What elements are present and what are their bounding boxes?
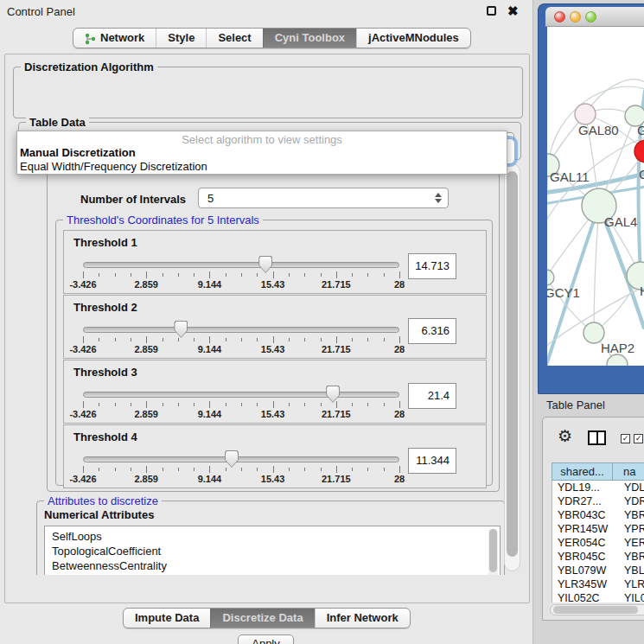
tab-infer-network[interactable]: Infer Network [315,609,410,628]
minimize-traffic-light[interactable] [570,11,581,22]
slider-tick-labels: -3.4262.8599.14415.4321.71528 [83,474,399,484]
zoom-traffic-light[interactable] [585,11,596,22]
table-row[interactable]: YBL079WYBL0 [552,564,644,577]
table-cell: YBR045C [552,550,614,564]
algorithm-placeholder-option[interactable]: Select algorithm to view settings [17,131,507,146]
tab-discretize-data[interactable]: Discretize Data [210,609,314,628]
slider-ticks [83,336,399,344]
table-cell: YBR0 [614,550,644,564]
network-node[interactable] [575,104,596,124]
tab-label: Style [168,29,194,48]
tab-label: Cyni Toolbox [275,29,345,48]
checkbox-icon[interactable]: ✓ [621,434,630,443]
settings-scrollbar [504,163,520,571]
network-node[interactable] [547,270,554,285]
cyni-toolbox-content: Discretization Algorithm Table Data galF… [4,54,530,603]
screen: Control Panel ✖ NetworkStyleSelectCyni T… [0,0,644,644]
attribute-list-item[interactable]: SelfLoops [45,526,500,544]
cyni-mode-tabbar: Impute DataDiscretize DataInfer Network [123,608,411,628]
threshold-panel: Threshold 2-3.4262.8599.14415.4321.71528… [63,295,487,359]
table-header-row: shared...na [552,462,644,481]
table-cell: YER054C [552,536,614,550]
algorithm-dropdown-popup: Select algorithm to view settings Manual… [16,131,507,175]
threshold-value-field[interactable]: 11.344 [408,448,456,474]
threshold-panel: Threshold 4-3.4262.8599.14415.4321.71528… [63,424,487,488]
close-panel-icon[interactable]: ✖ [507,3,519,20]
attributes-group-label: Attributes to discretize [44,494,162,507]
threshold-value-field[interactable]: 21.4 [408,383,456,409]
table-row[interactable]: YBR045CYBR0 [552,550,644,564]
settings-scrollbar-thumb[interactable] [507,171,518,557]
threshold-panel: Threshold 3-3.4262.8599.14415.4321.71528… [63,360,487,424]
slider-tick-labels: -3.4262.8599.14415.4321.71528 [83,409,399,419]
tab-impute-data[interactable]: Impute Data [124,609,210,628]
slider-track[interactable] [83,327,399,333]
apply-button[interactable]: Apply [238,634,294,644]
slider-thumb[interactable] [174,321,188,338]
control-panel-window: Control Panel ✖ NetworkStyleSelectCyni T… [0,0,533,644]
control-panel-title: Control Panel [7,5,75,18]
table-row[interactable]: YBR043CYBR0 [552,508,644,522]
table-row[interactable]: YPR145WYPR1 [552,522,644,536]
network-canvas[interactable]: GAL80GACGAL11GAL4GCY1HHAP2 [547,27,644,366]
combo-arrows-icon [435,193,442,203]
attribute-list-item[interactable]: TopologicalCoefficient [45,544,500,558]
tab-label: Network [100,29,144,48]
table-row[interactable]: YIL052CYIL0 [552,591,644,603]
table-data-label: Table Data [26,116,89,129]
slider-thumb[interactable] [225,450,239,468]
tab-select[interactable]: Select [206,29,262,48]
table-rows: YDL19...YDL1YDR27...YDR2YBR043CYBR0YPR14… [552,481,644,603]
split-panel-icon[interactable] [588,430,606,445]
thresholds-stack: Threshold 1-3.4262.8599.14415.4321.71528… [63,230,487,488]
number-of-intervals-value: 5 [207,192,214,205]
table-panel-title: Table Panel [546,399,605,411]
algorithm-option[interactable]: Manual Discretization [17,146,507,160]
tab-label: Discretize Data [222,609,303,628]
slider-tick-labels: -3.4262.8599.14415.4321.71528 [83,344,399,354]
attributes-scrollbar-thumb[interactable] [489,529,497,572]
slider-track[interactable] [83,262,399,268]
numerical-attributes-list[interactable]: SelfLoopsTopologicalCoefficientBetweenne… [44,526,501,575]
table-row[interactable]: YDR27...YDR2 [552,494,644,508]
slider-thumb[interactable] [258,256,272,273]
tab-label: jActiveMNodules [368,29,459,48]
table-cell: YDL1 [614,481,644,494]
table-panel-window: ⚙ ✓ ✓ shared...na YDL19...YDL1YDR27...YD… [542,417,644,621]
tab-jactivemnodules[interactable]: jActiveMNodules [356,29,470,48]
number-of-intervals-combobox[interactable]: 5 [198,188,449,208]
slider-track[interactable] [83,456,399,462]
checkbox-icon[interactable]: ✓ [634,434,643,443]
threshold-label: Threshold 4 [73,430,137,443]
tab-network[interactable]: Network [73,29,156,48]
slider-tick-labels: -3.4262.8599.14415.4321.71528 [83,279,399,290]
tab-style[interactable]: Style [156,29,206,48]
table-column-header[interactable]: na [613,462,644,481]
float-window-icon[interactable] [487,6,496,16]
table-cell: YIL052C [552,591,614,603]
tab-cyni-toolbox[interactable]: Cyni Toolbox [263,29,356,48]
slider-ticks [83,271,399,279]
network-icon [85,32,96,44]
table-cell: YPR1 [614,522,644,536]
threshold-label: Threshold 1 [73,236,137,249]
threshold-value-field[interactable]: 14.713 [408,253,456,279]
threshold-value-field[interactable]: 6.316 [408,318,456,344]
attributes-scrollbar [488,528,498,575]
node-label: H [640,284,644,298]
network-window-titlebar[interactable] [545,7,644,27]
slider-track[interactable] [83,392,399,398]
table-row[interactable]: YLR345WYLR3 [552,577,644,591]
attribute-list-item[interactable]: BetweennessCentrality [45,558,500,573]
table-hscrollbar-thumb[interactable] [553,606,638,614]
close-traffic-light[interactable] [554,11,565,22]
gear-icon[interactable]: ⚙ [558,428,572,444]
network-node[interactable] [607,354,628,366]
table-row[interactable]: YER054CYER0 [552,536,644,550]
table-column-header[interactable]: shared... [552,462,613,481]
table-row[interactable]: YDL19...YDL1 [552,481,644,494]
slider-thumb[interactable] [326,386,340,403]
tab-label: Select [218,29,251,48]
algorithm-option[interactable]: Equal Width/Frequency Discretization [17,160,507,174]
network-graph: GAL80GACGAL11GAL4GCY1HHAP2 [547,27,644,366]
